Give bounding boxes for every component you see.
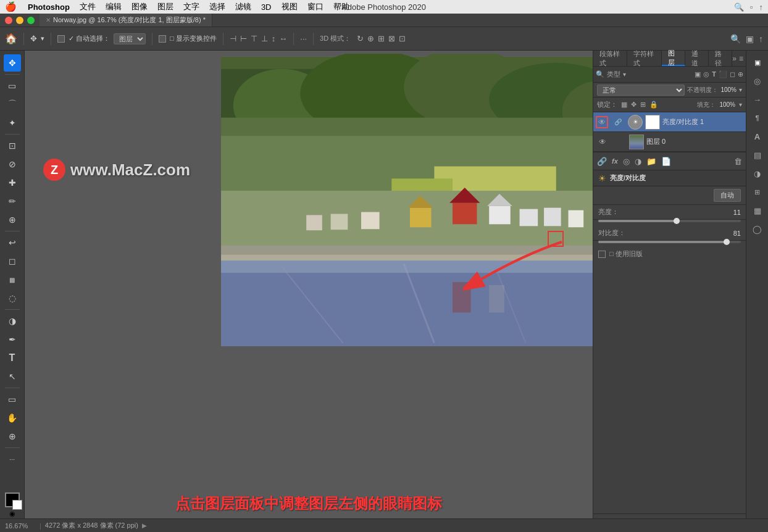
lock-artboard-icon[interactable]: ⊞ [640,101,646,109]
menu-file[interactable]: 文件 [75,1,101,12]
layer-row-adjustment[interactable]: 👁 🔗 ☀ 亮度/对比度 1 [593,112,746,132]
rs-adjust-icon[interactable]: ◑ [749,165,766,181]
menu-photoshop[interactable]: Photoshop [23,2,75,12]
wand-tool-icon[interactable]: ✦ [4,114,21,131]
history-brush-icon[interactable]: ↩ [4,234,21,251]
3d-slide-icon[interactable]: ⊠ [388,34,395,43]
window-icon[interactable]: ▫ [750,2,753,12]
share-toolbar-icon[interactable]: ↑ [759,34,763,44]
group-icon[interactable]: 📁 [646,157,656,166]
menu-text[interactable]: 文字 [178,1,204,12]
fill-dropdown[interactable]: ▾ [739,101,742,108]
quick-mask-icon[interactable]: ◉ [9,510,15,518]
home-icon[interactable]: 🏠 [5,33,17,44]
show-transform-checkbox[interactable] [159,35,166,43]
auto-button[interactable]: 自动 [714,189,741,202]
filter-type-dropdown[interactable]: ▾ [623,71,626,78]
tab-close[interactable]: ✕ [46,17,51,23]
brush-tool-icon[interactable]: ✏ [4,193,21,210]
move-tool-icon[interactable]: ✥ [4,54,21,72]
filter-pixel-icon[interactable]: ▣ [695,70,701,78]
panel-expand-icon[interactable]: » [732,54,737,63]
tab-channels[interactable]: 通道 [685,51,709,66]
eyedropper-icon[interactable]: ⊘ [4,156,21,173]
add-mask-icon[interactable]: ◎ [623,157,630,166]
menu-view[interactable]: 视图 [277,1,303,12]
search-toolbar-icon[interactable]: 🔍 [730,34,741,44]
text-tool-icon[interactable]: T [4,349,21,367]
clone-tool-icon[interactable]: ⊕ [4,211,21,228]
filter-toggle[interactable]: ⊕ [738,70,743,78]
more-tools-icon[interactable]: ··· [4,451,21,468]
adjustment-icon[interactable]: ◑ [635,157,641,166]
lock-all-icon[interactable]: 🔒 [649,101,658,109]
maximize-button[interactable] [27,17,35,24]
heal-tool-icon[interactable]: ✚ [4,174,21,191]
rs-shape-icon[interactable]: ▤ [749,147,766,163]
blend-mode-select[interactable]: 正常 [597,85,685,96]
contrast-slider[interactable] [598,241,741,243]
crop-tool-icon[interactable]: ⊡ [4,137,21,154]
shape-tool-icon[interactable]: ▭ [4,391,21,408]
menu-filter[interactable]: 滤镜 [230,1,256,12]
link-layers-icon[interactable]: 🔗 [597,157,607,166]
3d-scale-icon[interactable]: ⊡ [399,34,406,43]
legacy-checkbox[interactable] [598,251,606,258]
rs-brush-icon[interactable]: ◎ [749,73,766,89]
tab-char-style[interactable]: 字符样式 [627,51,661,66]
rs-arrow-icon[interactable]: → [749,91,766,107]
menu-layer[interactable]: 图层 [152,1,178,12]
rs-circle-icon[interactable]: ◯ [749,221,766,237]
align-bottom-icon[interactable]: ↔ [279,34,287,43]
align-mid-icon[interactable]: ↕ [272,34,276,43]
filter-shape-icon[interactable]: ⬛ [719,70,727,78]
lock-checkerboard-icon[interactable]: ▦ [621,101,627,109]
foreground-bg-color[interactable] [5,493,20,507]
fx-icon[interactable]: fx [612,157,618,165]
align-top-icon[interactable]: ⊥ [261,34,268,43]
search-layers-icon[interactable]: 🔍 [596,70,604,78]
tab-paths[interactable]: 路径 [709,51,732,66]
menu-edit[interactable]: 编辑 [101,1,127,12]
auto-select-dropdown[interactable]: 图层 [114,33,146,44]
layer-visibility-toggle-adjustment[interactable]: 👁 [596,116,608,128]
layer-row-base[interactable]: 👁 图层 0 [593,132,746,152]
eraser-icon[interactable]: ◻ [4,252,21,270]
auto-select-checkbox[interactable] [57,35,65,43]
minimize-button[interactable] [16,17,23,24]
share-icon[interactable]: ↑ [759,2,764,12]
menu-3d[interactable]: 3D [256,2,277,12]
new-layer-icon[interactable]: 📄 [661,157,671,166]
path-select-icon[interactable]: ↖ [4,368,21,385]
3d-pan-icon[interactable]: ⊞ [378,34,385,43]
more-options[interactable]: ··· [300,34,307,43]
rs-paragraph-icon[interactable]: ¶ [749,110,766,126]
search-icon[interactable]: 🔍 [734,2,744,12]
filter-text-icon[interactable]: T [712,70,716,78]
rs-text-icon[interactable]: A [749,128,766,144]
tab-paragraph-style[interactable]: 段落样式 [593,51,627,66]
3d-roll-icon[interactable]: ⊕ [367,34,374,43]
align-center-icon[interactable]: ⊢ [240,34,247,43]
rs-layers-icon[interactable]: ▣ [749,54,766,70]
filter-adj-icon[interactable]: ◎ [703,70,709,78]
marquee-tool-icon[interactable]: ▭ [4,77,21,94]
3d-rotate-icon[interactable]: ↻ [357,34,364,43]
rs-transform-icon[interactable]: ⊞ [749,184,766,200]
hand-tool-icon[interactable]: ✋ [4,409,21,426]
tab-layers[interactable]: 图层 [662,51,685,66]
move-tool[interactable]: ✥ [30,34,37,43]
layer-visibility-toggle-base[interactable]: 👁 [596,135,609,149]
gradient-tool-icon[interactable]: ▩ [4,271,21,288]
align-right-icon[interactable]: ⊤ [251,34,257,43]
delete-layer-icon[interactable]: 🗑 [734,157,742,166]
rs-grid-icon[interactable]: ▦ [749,202,766,218]
menu-select[interactable]: 选择 [204,1,230,12]
menu-image[interactable]: 图像 [127,1,152,12]
close-button[interactable] [5,17,12,24]
blur-tool-icon[interactable]: ◌ [4,289,21,307]
document-tab[interactable]: ✕ Norway.jpg @ 16.7% (亮度/对比度 1, 图层蒙版/8) … [40,14,212,27]
apple-menu[interactable]: 🍎 [5,1,17,12]
pen-tool-icon[interactable]: ✒ [4,331,21,348]
workspace-icon[interactable]: ▣ [746,34,754,44]
